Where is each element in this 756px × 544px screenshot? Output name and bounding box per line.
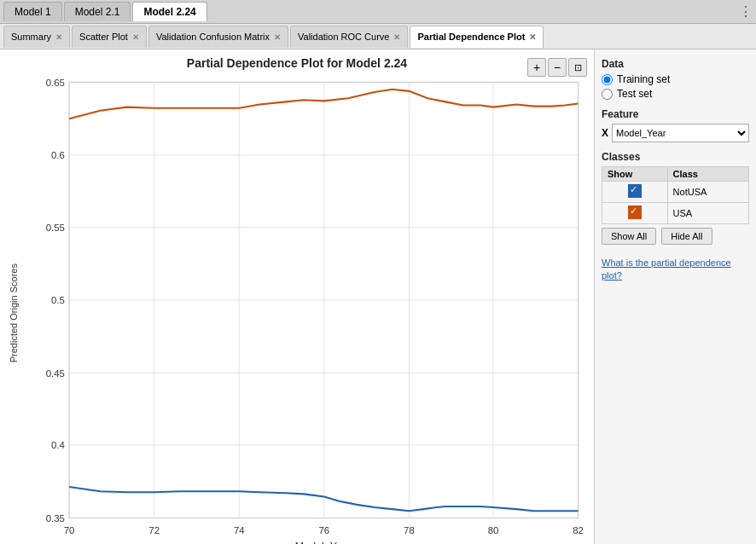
tab-scatter-plot[interactable]: Scatter Plot ✕ — [72, 26, 147, 48]
test-set-option[interactable]: Test set — [602, 88, 749, 100]
data-section: Data Training set Test set — [602, 58, 749, 100]
chart-inner: 0.65 0.6 0.55 0.5 0.45 0.4 0.35 70 72 74… — [20, 73, 587, 544]
svg-text:80: 80 — [488, 525, 499, 535]
feature-row: X Model_Year — [602, 124, 749, 142]
model-tab-bar: Model 1 Model 2.1 Model 2.24 ⋮ — [0, 0, 756, 24]
tab-roc-curve[interactable]: Validation ROC Curve ✕ — [290, 26, 408, 48]
help-link[interactable]: What is the partial dependence plot? — [602, 257, 749, 283]
tab-roc-close[interactable]: ✕ — [393, 32, 400, 42]
tab-confusion-close[interactable]: ✕ — [274, 32, 281, 42]
notusa-checkbox-cell — [602, 182, 668, 203]
svg-text:0.5: 0.5 — [51, 295, 65, 305]
zoom-fit-button[interactable]: ⊡ — [568, 58, 587, 77]
usa-checkbox-cell — [602, 203, 668, 224]
model-tab-1[interactable]: Model 1 — [3, 2, 62, 21]
classes-section: Classes Show Class NotUSA — [602, 151, 749, 245]
tab-scatter-close[interactable]: ✕ — [132, 32, 139, 42]
tab-summary[interactable]: Summary ✕ — [3, 26, 70, 48]
sub-tab-bar: Summary ✕ Scatter Plot ✕ Validation Conf… — [0, 24, 756, 49]
classes-table-header: Show Class — [602, 167, 749, 182]
classes-section-title: Classes — [602, 151, 749, 163]
tab-partial-dependence[interactable]: Partial Dependence Plot ✕ — [410, 26, 544, 48]
svg-text:70: 70 — [64, 525, 75, 535]
model-tab-2[interactable]: Model 2.1 — [64, 2, 131, 21]
feature-section-title: Feature — [602, 108, 749, 120]
tab-confusion-matrix[interactable]: Validation Confusion Matrix ✕ — [148, 26, 288, 48]
tab-pdp-label: Partial Dependence Plot — [417, 32, 525, 42]
svg-text:0.6: 0.6 — [51, 150, 65, 160]
col-class: Class — [667, 167, 748, 182]
svg-text:76: 76 — [319, 525, 330, 535]
col-show: Show — [602, 167, 668, 182]
data-section-title: Data — [602, 58, 749, 70]
svg-text:0.45: 0.45 — [46, 368, 65, 379]
data-radio-group: Training set Test set — [602, 73, 749, 100]
plot-area: Partial Dependence Plot for Model 2.24 P… — [0, 49, 594, 544]
svg-text:0.4: 0.4 — [51, 440, 65, 450]
feature-section: Feature X Model_Year — [602, 108, 749, 142]
classes-table: Show Class NotUSA US — [602, 166, 749, 224]
training-set-option[interactable]: Training set — [602, 73, 749, 85]
notusa-label: NotUSA — [667, 182, 748, 203]
zoom-in-button[interactable]: + — [527, 58, 546, 77]
svg-text:0.65: 0.65 — [46, 78, 65, 88]
tab-summary-label: Summary — [11, 32, 51, 42]
show-all-button[interactable]: Show All — [602, 228, 656, 245]
feature-dropdown[interactable]: Model_Year — [612, 124, 749, 142]
more-options-icon[interactable]: ⋮ — [739, 3, 753, 20]
svg-text:0.35: 0.35 — [46, 513, 65, 524]
chart-container: Predicted Origin Scores — [7, 73, 587, 544]
usa-checkbox[interactable] — [628, 205, 642, 219]
right-panel: Data Training set Test set Feature X Mod… — [594, 49, 756, 544]
class-row-usa: USA — [602, 203, 749, 224]
hide-all-button[interactable]: Hide All — [661, 228, 712, 245]
svg-text:74: 74 — [234, 525, 245, 535]
usa-label: USA — [667, 203, 748, 224]
svg-text:0.55: 0.55 — [46, 223, 65, 233]
notusa-checkbox[interactable] — [628, 184, 642, 198]
y-axis-label: Predicted Origin Scores — [7, 73, 20, 544]
svg-text:78: 78 — [404, 525, 415, 535]
feature-x-label: X — [602, 127, 608, 139]
plot-title: Partial Dependence Plot for Model 2.24 — [7, 56, 587, 70]
svg-text:82: 82 — [573, 525, 584, 535]
tab-roc-label: Validation ROC Curve — [298, 32, 389, 42]
tab-pdp-close[interactable]: ✕ — [529, 32, 536, 42]
chart-svg-wrapper: 0.65 0.6 0.55 0.5 0.45 0.4 0.35 70 72 74… — [20, 73, 587, 544]
training-set-radio[interactable] — [602, 74, 613, 85]
class-row-notusa: NotUSA — [602, 182, 749, 203]
zoom-controls: + − ⊡ — [527, 58, 587, 77]
model-tab-3[interactable]: Model 2.24 — [132, 2, 206, 21]
main-content: Partial Dependence Plot for Model 2.24 P… — [0, 49, 756, 544]
svg-text:Model_Year: Model_Year — [295, 541, 352, 544]
tab-confusion-label: Validation Confusion Matrix — [156, 32, 270, 42]
test-set-label: Test set — [617, 88, 652, 100]
training-set-label: Training set — [617, 73, 670, 85]
tab-summary-close[interactable]: ✕ — [55, 32, 62, 42]
zoom-out-button[interactable]: − — [548, 58, 567, 77]
plot-svg: 0.65 0.6 0.55 0.5 0.45 0.4 0.35 70 72 74… — [20, 73, 587, 544]
show-hide-buttons: Show All Hide All — [602, 228, 749, 245]
test-set-radio[interactable] — [602, 89, 613, 100]
tab-scatter-label: Scatter Plot — [79, 32, 128, 42]
svg-text:72: 72 — [148, 525, 160, 535]
